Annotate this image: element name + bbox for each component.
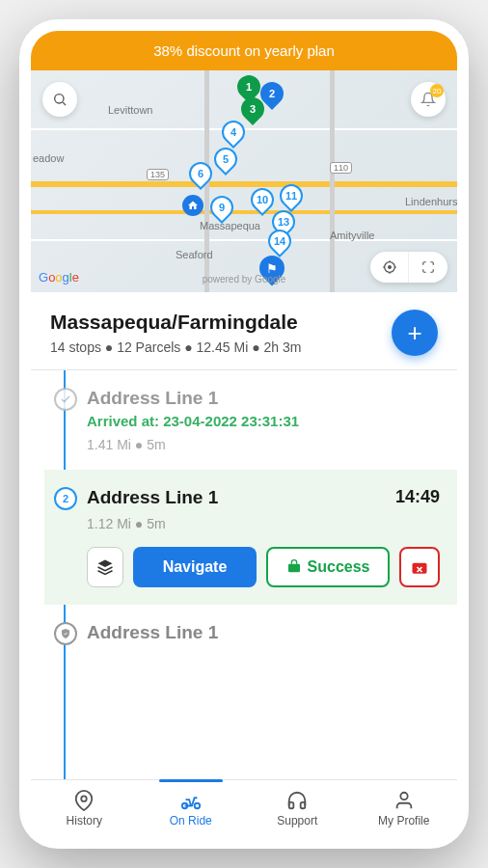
stop-distance: 1.41 Mi ● 5m — [87, 437, 440, 452]
route-meta: 14 stops ● 12 Parcels ● 12.45 Mi ● 2h 3m — [50, 339, 301, 355]
stop-item-upcoming[interactable]: Address Line 1 — [44, 605, 457, 661]
stop-title: Address Line 1 — [87, 487, 218, 508]
stop-marker-shield — [54, 622, 77, 645]
success-button[interactable]: Success — [266, 547, 390, 587]
powered-by-text: powered by Google — [203, 274, 286, 285]
package-icon — [286, 559, 302, 575]
support-icon — [286, 790, 308, 811]
stop-distance: 1.12 Mi ● 5m — [87, 516, 440, 531]
svg-point-0 — [55, 95, 64, 103]
map-label-seaford: Seaford — [176, 249, 213, 260]
route-shield-135: 135 — [147, 169, 169, 180]
fail-button[interactable] — [399, 547, 440, 587]
svg-point-3 — [388, 266, 391, 269]
add-stop-button[interactable]: + — [392, 310, 438, 356]
stop-marker-check — [54, 388, 77, 411]
svg-rect-9 — [288, 564, 300, 573]
notifications-button[interactable]: 20 — [411, 82, 446, 117]
svg-point-14 — [400, 793, 407, 800]
svg-line-1 — [63, 102, 66, 105]
success-label: Success — [308, 558, 370, 576]
stop-eta: 14:49 — [395, 487, 440, 507]
map-pin-home[interactable] — [182, 195, 203, 216]
fullscreen-icon — [421, 260, 435, 274]
layers-button[interactable] — [87, 547, 123, 587]
stop-item-current[interactable]: 2 Address Line 1 14:49 1.12 Mi ● 5m Navi… — [44, 470, 457, 605]
stop-title: Address Line 1 — [87, 622, 440, 643]
svg-point-13 — [194, 803, 200, 809]
bottom-nav: History On Ride Support My Profile — [31, 779, 457, 837]
navigate-button[interactable]: Navigate — [133, 547, 257, 587]
route-header: Massapequa/Farmingdale 14 stops ● 12 Par… — [31, 292, 457, 370]
nav-label: Support — [277, 814, 317, 827]
svg-point-11 — [82, 796, 88, 801]
route-title: Massapequa/Farmingdale — [50, 311, 301, 334]
stop-title: Address Line 1 — [87, 388, 440, 409]
map-label-lindenhurst: Lindenhurs — [405, 196, 457, 207]
map-search-button[interactable] — [42, 82, 77, 117]
crosshair-icon — [382, 259, 397, 275]
map-view[interactable]: Levittown eadow Massapequa Seaford Amity… — [31, 70, 457, 292]
stop-item-completed[interactable]: Address Line 1 Arrived at: 23-04-2022 23… — [44, 370, 457, 470]
map-pin-9[interactable]: 9 — [210, 196, 233, 225]
plus-icon: + — [407, 318, 421, 348]
nav-history[interactable]: History — [31, 780, 138, 837]
route-shield-110: 110 — [330, 162, 352, 174]
map-label-eadow: eadow — [33, 152, 64, 164]
phone-frame: 38% discount on yearly plan Levittown ea… — [19, 19, 469, 849]
svg-marker-8 — [98, 560, 113, 568]
fullscreen-button[interactable] — [409, 252, 447, 283]
promo-banner[interactable]: 38% discount on yearly plan — [31, 31, 457, 70]
nav-support[interactable]: Support — [244, 780, 351, 837]
scooter-icon — [180, 790, 202, 811]
nav-label: History — [67, 814, 102, 827]
stop-arrived-time: Arrived at: 23-04-2022 23:31:31 — [87, 413, 440, 429]
map-pin-4[interactable]: 4 — [222, 121, 245, 149]
map-pin-5[interactable]: 5 — [214, 148, 237, 176]
svg-rect-10 — [413, 563, 427, 574]
layers-icon — [96, 558, 114, 576]
google-logo: Google — [39, 270, 79, 285]
profile-icon — [393, 790, 415, 811]
notification-badge: 20 — [430, 84, 444, 97]
search-icon — [52, 92, 68, 107]
map-controls — [370, 252, 447, 283]
map-pin-10[interactable]: 10 — [251, 188, 274, 217]
promo-text: 38% discount on yearly plan — [153, 42, 335, 59]
stops-list[interactable]: Address Line 1 Arrived at: 23-04-2022 23… — [31, 370, 457, 779]
history-icon — [73, 790, 95, 811]
check-icon — [60, 393, 71, 405]
map-label-amityville: Amityville — [330, 230, 374, 241]
nav-label: On Ride — [170, 814, 212, 827]
nav-label: My Profile — [378, 814, 429, 827]
phone-screen: 38% discount on yearly plan Levittown ea… — [31, 31, 457, 837]
shield-icon — [60, 628, 71, 639]
stop-marker-number: 2 — [54, 487, 77, 510]
nav-on-ride[interactable]: On Ride — [138, 780, 245, 837]
map-label-levittown: Levittown — [108, 104, 152, 116]
stop-actions: Navigate Success — [87, 547, 440, 587]
fail-icon — [410, 557, 429, 577]
nav-profile[interactable]: My Profile — [351, 780, 458, 837]
map-pin-6[interactable]: 6 — [189, 162, 212, 191]
locate-button[interactable] — [370, 252, 409, 283]
